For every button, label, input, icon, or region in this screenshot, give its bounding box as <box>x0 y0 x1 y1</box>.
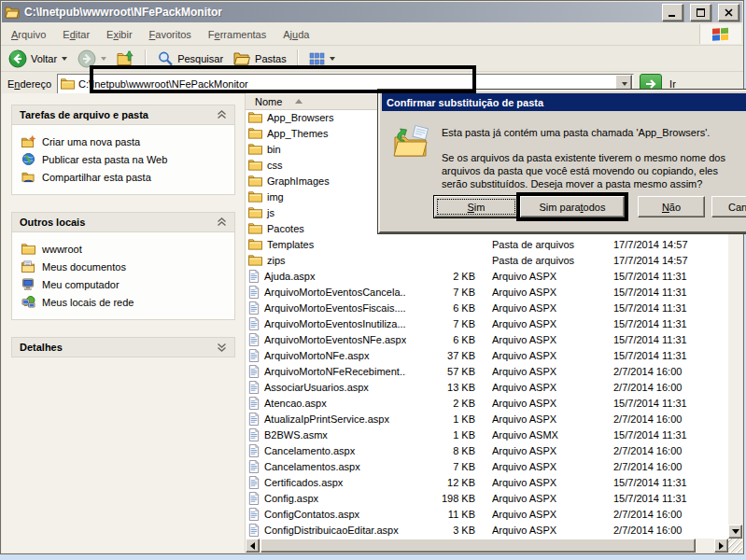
sort-ascending-icon <box>295 99 303 104</box>
table-row[interactable]: Cancelamentos.aspx7 KBArquivo ASPX2/7/20… <box>246 458 728 474</box>
menu-item-arquivo[interactable]: Arquivo <box>3 26 54 43</box>
table-row[interactable]: TemplatesPasta de arquivos17/7/2014 14:5… <box>246 236 728 252</box>
panel-header-tarefas-de-arquivo-e-pasta[interactable]: Tarefas de arquivo e pasta <box>12 105 234 125</box>
maximize-button[interactable] <box>690 4 711 21</box>
table-row[interactable]: ArquivoMortoEventosFiscais....6 KBArquiv… <box>246 300 728 315</box>
file-name: ArquivoMortoEventosCancela... <box>264 287 406 298</box>
scroll-right-button[interactable] <box>714 539 728 553</box>
back-dropdown-icon[interactable] <box>62 57 67 61</box>
cell-name: zips <box>246 254 406 266</box>
folder-move-icon <box>391 124 432 160</box>
table-row[interactable]: AtualizaIpPrintService.aspx1 KBArquivo A… <box>246 411 728 427</box>
up-button[interactable] <box>113 49 138 68</box>
table-row[interactable]: Cancelamento.aspx8 KBArquivo ASPX2/7/201… <box>246 442 728 458</box>
cell-type: Arquivo ASPX <box>481 445 612 456</box>
menu-item-ajuda[interactable]: Ajuda <box>274 26 317 43</box>
sidebar-item-meus-locais-de-rede[interactable]: Meus locais de rede <box>18 293 231 311</box>
minimize-button[interactable] <box>662 4 683 21</box>
table-row[interactable]: ArquivoMortoEventosNFe.aspx6 KBArquivo A… <box>246 331 728 347</box>
panel-header-detalhes[interactable]: Detalhes <box>12 338 234 357</box>
cell-size: 6 KB <box>406 302 481 314</box>
sidebar-item-publicar-esta-pasta-na-web[interactable]: Publicar esta pasta na Web <box>18 150 231 168</box>
folders-button[interactable]: Pastas <box>230 49 290 67</box>
sim-button[interactable]: Sim <box>434 196 518 217</box>
horizontal-scrollbar[interactable] <box>246 539 728 553</box>
cell-date: 15/7/2014 11:31 <box>612 318 722 329</box>
file-name: App_Browsers <box>267 112 334 123</box>
nao-button[interactable]: Não <box>638 196 705 217</box>
cell-type: Pasta de arquivos <box>481 239 612 250</box>
cell-date: 17/7/2014 14:57 <box>612 239 722 250</box>
aspx-file-icon <box>248 286 260 299</box>
scroll-left-button[interactable] <box>246 539 260 553</box>
table-row[interactable]: Config.aspx198 KBArquivo ASPX15/7/2014 1… <box>246 490 728 506</box>
forward-button[interactable] <box>74 48 110 70</box>
file-name: Ajuda.aspx <box>264 271 315 282</box>
views-dropdown-icon[interactable] <box>330 57 335 61</box>
table-row[interactable]: ArquivoMortoEventosCancela...7 KBArquivo… <box>246 284 728 300</box>
cell-type: Arquivo ASPX <box>481 398 612 409</box>
my-computer-icon <box>21 278 35 290</box>
aspx-file-icon <box>248 381 260 394</box>
table-row[interactable]: ArquivoMortoEventosInutiliza...7 KBArqui… <box>246 315 728 331</box>
sidebar-item-meu-computador[interactable]: Meu computador <box>18 275 231 293</box>
table-row[interactable]: ArquivoMortoNFe.aspx37 KBArquivo ASPX15/… <box>246 347 728 363</box>
aspx-file-icon <box>248 397 260 410</box>
menu-item-favoritos[interactable]: Favoritos <box>141 26 200 43</box>
search-button[interactable]: Pesquisar <box>153 49 227 69</box>
table-row[interactable]: ConfigContatos.aspx11 KBArquivo ASPX2/7/… <box>246 506 728 522</box>
sidebar-item-label: wwwroot <box>42 244 82 255</box>
forward-dropdown-icon[interactable] <box>101 57 106 61</box>
table-row[interactable]: Atencao.aspx2 KBArquivo ASPX15/7/2014 11… <box>246 395 728 411</box>
sidebar-item-compartilhar-esta-pasta[interactable]: Compartilhar esta pasta <box>18 168 231 186</box>
cell-name: ArquivoMortoEventosNFe.aspx <box>246 333 406 346</box>
address-label: Endereço <box>4 78 51 90</box>
cell-size: 12 KB <box>406 477 481 488</box>
resize-grip[interactable] <box>728 539 742 553</box>
back-button[interactable]: Voltar <box>5 48 71 70</box>
confirm-replace-dialog: Confirmar substituição de pasta Esta pas… <box>378 90 746 233</box>
table-row[interactable]: ArquivoMortoNFeRecebiment...57 KBArquivo… <box>246 363 728 379</box>
table-row[interactable]: ConfigDistribuicaoEditar.aspx3 KBArquivo… <box>246 522 728 538</box>
search-label: Pesquisar <box>177 53 223 64</box>
sidebar-item-meus-documentos[interactable]: Meus documentos <box>18 258 231 275</box>
views-button[interactable] <box>305 50 339 67</box>
window-titlebar[interactable]: C:\Inetpub\wwwroot\NFePackMonitor <box>2 2 742 22</box>
menu-item-exibir[interactable]: Exibir <box>98 26 141 43</box>
panel-header-outros-locais[interactable]: Outros locais <box>12 213 234 232</box>
menu-item-editar[interactable]: Editar <box>54 26 98 43</box>
cell-size: 8 KB <box>406 445 481 456</box>
menu-bar: ArquivoEditarExibirFavoritosFerramentasA… <box>1 23 743 46</box>
scroll-left-icon <box>250 542 255 550</box>
dialog-message-line2: Se os arquivos da pasta existente tivere… <box>442 151 742 190</box>
dialog-titlebar[interactable]: Confirmar substituição de pasta <box>382 93 746 111</box>
screenshot-root: { "window": { "title": "C:\\Inetpub\\www… <box>0 0 746 560</box>
cell-name: ConfigDistribuicaoEditar.aspx <box>246 524 406 537</box>
window-title: C:\Inetpub\wwwroot\NFePackMonitor <box>24 6 655 19</box>
table-row[interactable]: Certificados.aspx12 KBArquivo ASPX15/7/2… <box>246 474 728 490</box>
sidebar-item-criar-uma-nova-pasta[interactable]: Criar uma nova pasta <box>18 133 231 150</box>
menu-items: ArquivoEditarExibirFavoritosFerramentasA… <box>3 29 317 40</box>
panel-body: Criar uma nova pastaPublicar esta pasta … <box>12 125 234 194</box>
cancelar-button[interactable]: Cancelar <box>711 196 746 217</box>
close-button[interactable] <box>718 4 739 21</box>
table-row[interactable]: B2BWS.asmx1 KBArquivo ASMX15/7/2014 11:3… <box>246 427 728 442</box>
cell-size: 37 KB <box>406 350 481 361</box>
sim-para-todos-button[interactable]: Sim para todos <box>520 196 625 217</box>
cell-date: 15/7/2014 11:31 <box>612 302 722 314</box>
sidebar-item-wwwroot[interactable]: wwwroot <box>18 240 231 258</box>
share-folder-icon <box>21 171 35 183</box>
scroll-down-button[interactable] <box>728 525 742 539</box>
table-row[interactable]: AssociarUsuarios.aspx13 KBArquivo ASPX2/… <box>246 379 728 395</box>
horizontal-scroll-thumb[interactable] <box>260 539 696 553</box>
cell-size: 1 KB <box>406 413 481 425</box>
cell-name: AssociarUsuarios.aspx <box>246 381 406 394</box>
table-row[interactable]: Ajuda.aspx2 KBArquivo ASPX15/7/2014 11:3… <box>246 268 728 284</box>
aspx-file-icon <box>248 413 260 426</box>
cell-type: Arquivo ASPX <box>481 302 612 314</box>
menu-item-ferramentas[interactable]: Ferramentas <box>200 26 274 43</box>
go-label: Ir <box>669 78 676 90</box>
sidebar-item-label: Meus locais de rede <box>42 297 134 308</box>
table-row[interactable]: zipsPasta de arquivos17/7/2014 14:57 <box>246 252 728 268</box>
scroll-down-icon <box>732 529 739 534</box>
